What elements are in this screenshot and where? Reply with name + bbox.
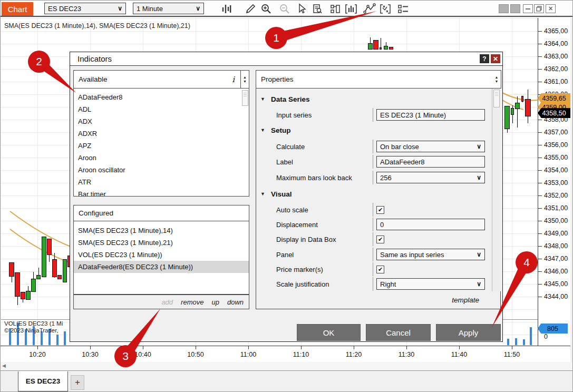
zoom-in-icon[interactable] xyxy=(259,3,273,15)
scroll-left-arrow-icon[interactable]: ◀ xyxy=(2,363,6,368)
interval-dropdown[interactable]: 1 Minute ∨ xyxy=(133,3,204,14)
candle-body xyxy=(63,259,67,282)
up-button[interactable]: up xyxy=(211,298,219,306)
price-tick xyxy=(538,44,542,44)
info-icon[interactable]: i xyxy=(232,75,235,84)
toolbar: Chart ES DEC23 ∨ 1 Minute ∨ xyxy=(1,1,573,17)
properties-icon[interactable] xyxy=(396,3,410,15)
properties-scrollbar[interactable] xyxy=(492,89,501,291)
panel-dropdown[interactable]: Same as input series∨ xyxy=(376,249,485,260)
properties-scroll-spinner[interactable]: ▲▼ xyxy=(492,70,501,89)
tab-es-dec23[interactable]: ES DEC23 xyxy=(18,371,68,391)
minimize-icon xyxy=(526,8,530,9)
data-box-checkbox[interactable]: ✔ xyxy=(376,236,384,243)
time-axis-label: 11:50 xyxy=(496,351,528,358)
time-axis[interactable]: 10:2010:3010:4010:5011:0011:1011:2011:30… xyxy=(1,346,570,362)
pencil-draw-icon[interactable] xyxy=(244,3,257,15)
zoom-out-icon[interactable] xyxy=(278,3,292,15)
available-scrollbar-thumb[interactable] xyxy=(242,90,248,106)
price-markers-checkbox[interactable]: ✔ xyxy=(376,266,384,273)
collapse-caret-icon: ▼ xyxy=(260,96,265,102)
price-tick xyxy=(538,259,542,259)
auto-scale-checkbox[interactable]: ✔ xyxy=(376,206,384,214)
titlebar-gray-button-2[interactable] xyxy=(510,4,520,13)
property-row-input-series: Input series ES DEC23 (1 Minute) xyxy=(256,107,492,122)
close-button[interactable]: ✕ xyxy=(546,4,556,13)
available-list-item[interactable]: Aroon xyxy=(74,152,249,164)
available-list-item[interactable]: ADL xyxy=(74,103,249,115)
calculate-dropdown[interactable]: On bar close∨ xyxy=(376,141,485,152)
group-row-visual[interactable]: ▼ Visual xyxy=(256,187,492,201)
help-button[interactable]: ? xyxy=(480,54,489,63)
apply-button[interactable]: Apply xyxy=(436,324,501,341)
configured-list-item[interactable]: VOL(ES DEC23 (1 Minute)) xyxy=(74,249,249,261)
configured-list-item[interactable]: SMA(ES DEC23 (1 Minute),21) xyxy=(74,237,249,249)
minimize-button[interactable] xyxy=(523,4,533,13)
indicators-icon[interactable] xyxy=(344,3,358,15)
available-list-item[interactable]: ADXR xyxy=(74,128,249,140)
properties-header: Properties xyxy=(256,70,493,89)
volume-bar xyxy=(56,335,59,345)
properties-scrollbar-thumb[interactable] xyxy=(493,90,500,107)
properties-content: ▼ Data Series Input series ES DEC23 (1 M… xyxy=(256,89,492,291)
price-tick xyxy=(538,221,542,221)
add-button[interactable]: add xyxy=(161,298,173,306)
scale-justification-dropdown[interactable]: Right∨ xyxy=(376,278,485,290)
dialog-close-button[interactable]: ✕ xyxy=(491,54,500,63)
instrument-dropdown[interactable]: ES DEC23 ∨ xyxy=(44,3,126,14)
configured-list-item[interactable]: SMA(ES DEC23 (1 Minute),14) xyxy=(74,224,249,237)
copyright-label: © 2023 NinjaTrader, xyxy=(4,327,59,334)
titlebar-gray-button-1[interactable] xyxy=(499,4,509,13)
candle-body xyxy=(42,237,46,277)
ok-button[interactable]: OK xyxy=(297,324,361,341)
input-series-field[interactable]: ES DEC23 (1 Minute) xyxy=(376,109,485,121)
price-tick xyxy=(538,82,542,82)
data-box-icon[interactable] xyxy=(310,3,324,15)
dialog-titlebar[interactable]: Indicators ? ✕ xyxy=(70,52,502,66)
max-bars-dropdown[interactable]: 256∨ xyxy=(376,172,485,183)
drawing-tools-icon[interactable] xyxy=(363,3,376,15)
price-tick xyxy=(538,31,542,32)
label-field[interactable]: ADataFeeder8 xyxy=(376,156,485,168)
template-link[interactable]: template xyxy=(452,296,479,304)
group-row-setup[interactable]: ▼ Setup xyxy=(256,123,492,138)
chart-panel-icon[interactable] xyxy=(328,3,342,15)
price-axis-label: 4361,00 xyxy=(544,78,568,85)
price-axis-label: 4344,00 xyxy=(544,293,568,300)
available-list-item[interactable]: Bar timer xyxy=(74,188,249,197)
available-list-item[interactable]: Aroon oscillator xyxy=(74,164,249,176)
displacement-field[interactable]: 0 xyxy=(376,219,485,230)
candle-body xyxy=(521,96,523,102)
available-list-item[interactable]: ADX xyxy=(74,115,249,128)
down-button[interactable]: down xyxy=(227,298,244,306)
volume-bar xyxy=(64,331,66,345)
chart-style-icon[interactable] xyxy=(219,3,233,15)
property-row-data-box: Display in Data Box ✔ xyxy=(256,232,492,247)
time-tick xyxy=(354,346,354,349)
price-tick xyxy=(538,195,542,196)
configured-list-item[interactable]: ADataFeeder8(ES DEC23 (1 Minute)) xyxy=(74,261,249,273)
price-axis-label: 4365,00 xyxy=(544,27,568,35)
price-tick xyxy=(538,56,542,57)
properties-panel: Properties ▲▼ ▼ Data Series Input series… xyxy=(256,70,501,309)
time-tick xyxy=(196,346,196,349)
available-list-item[interactable]: APZ xyxy=(74,140,249,152)
price-axis-label: 4351,00 xyxy=(544,204,568,212)
cancel-button[interactable]: Cancel xyxy=(366,324,431,341)
add-tab-button[interactable]: + xyxy=(71,375,84,390)
strategies-icon[interactable] xyxy=(378,3,392,15)
candle-body xyxy=(57,275,62,279)
cursor-icon[interactable] xyxy=(295,3,308,15)
available-list: ADataFeeder8ADLADXADXRAPZAroonAroon osci… xyxy=(73,89,249,197)
available-scroll-spinner[interactable]: ▲▼ xyxy=(241,70,249,89)
group-row-data-series[interactable]: ▼ Data Series xyxy=(256,92,492,106)
tab-bar: ES DEC23 + xyxy=(1,370,573,392)
price-axis[interactable]: 4365,004364,004363,004362,004361,004360,… xyxy=(538,18,570,346)
property-row-calculate: Calculate On bar close∨ xyxy=(256,139,492,154)
available-list-item[interactable]: ADataFeeder8 xyxy=(74,91,249,103)
configured-list: SMA(ES DEC23 (1 Minute),14)SMA(ES DEC23 … xyxy=(73,221,249,295)
price-axis-label: 4346,00 xyxy=(544,268,568,275)
remove-button[interactable]: remove xyxy=(181,298,203,306)
available-list-item[interactable]: ATR xyxy=(74,176,249,188)
restore-button[interactable] xyxy=(534,4,544,13)
